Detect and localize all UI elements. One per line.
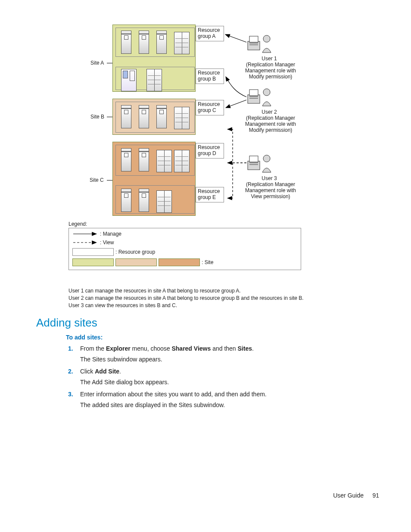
step-1-mid2: and then bbox=[211, 345, 237, 352]
legend-site-text: : Site bbox=[202, 259, 213, 265]
step-2-end: . bbox=[119, 368, 121, 375]
step-1-end: . bbox=[252, 345, 254, 352]
subheading-to-add-sites: To add sites: bbox=[66, 334, 103, 341]
legend-manage-text: : Manage bbox=[100, 231, 121, 237]
legend-site-swatch-2 bbox=[115, 258, 157, 266]
diagram-note-2: User 2 can manage the resources in site … bbox=[68, 295, 304, 301]
heading-adding-sites: Adding sites bbox=[36, 316, 97, 330]
legend-view-text: : View bbox=[100, 240, 114, 246]
step-3-after: The added sites are displayed in the Sit… bbox=[80, 401, 225, 408]
legend-manage-arrow-icon bbox=[72, 231, 98, 236]
step-1-pre: From the bbox=[80, 345, 106, 352]
step-1-b3: Sites bbox=[238, 345, 252, 352]
step-1-mid: menu, choose bbox=[131, 345, 172, 352]
footer-page-number: 91 bbox=[372, 492, 379, 499]
legend-title: Legend: bbox=[68, 221, 301, 227]
legend-site-swatch-1 bbox=[72, 258, 114, 266]
step-2-pre: Click bbox=[80, 368, 95, 375]
step-2-after: The Add Site dialog box appears. bbox=[80, 379, 169, 386]
step-2-b1: Add Site bbox=[95, 368, 119, 375]
step-1-number: 1. bbox=[68, 345, 73, 352]
legend-resource-group-swatch bbox=[72, 248, 114, 256]
step-1-after: The Sites subwindow appears. bbox=[80, 356, 162, 363]
step-2-text: Click Add Site. bbox=[80, 368, 121, 375]
footer-guide: User Guide bbox=[333, 492, 364, 499]
step-2-number: 2. bbox=[68, 368, 73, 375]
legend-box: Legend: : Manage : View : Resource group… bbox=[68, 221, 301, 277]
diagram-note-1: User 1 can manage the resources in site … bbox=[68, 288, 241, 294]
svg-line-16 bbox=[226, 100, 246, 108]
svg-line-15 bbox=[225, 34, 246, 42]
step-1-b2: Shared Views bbox=[171, 345, 211, 352]
step-1-b1: Explorer bbox=[106, 345, 131, 352]
step-3-number: 3. bbox=[68, 391, 73, 398]
diagram-note-3: User 3 can view the resources in sites B… bbox=[68, 302, 177, 308]
step-1-text: From the Explorer menu, choose Shared Vi… bbox=[80, 345, 254, 352]
legend-resource-group-text: : Resource group bbox=[115, 249, 155, 255]
step-3-text: Enter information about the sites you wa… bbox=[80, 391, 267, 398]
legend-site-swatch-3 bbox=[159, 258, 200, 266]
arrows-svg bbox=[0, 0, 411, 224]
legend-view-arrow-icon bbox=[72, 240, 98, 245]
